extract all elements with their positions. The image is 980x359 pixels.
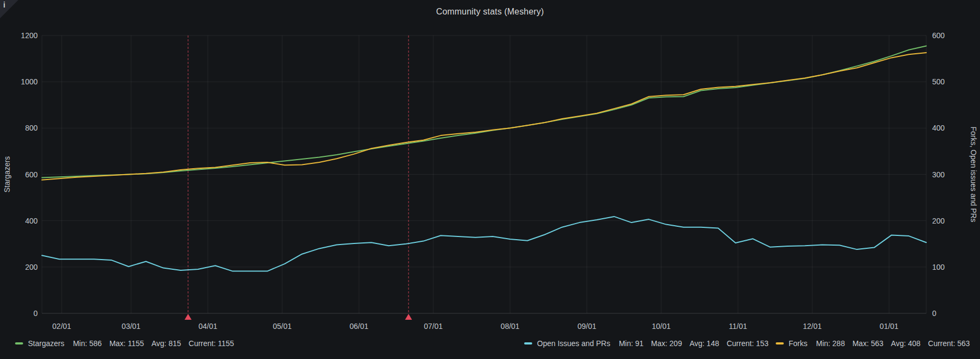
x-axis-tick-label: 01/01 bbox=[879, 322, 898, 331]
series-line-stargazers bbox=[42, 46, 926, 177]
legend-stat-min: Min: 586 bbox=[73, 339, 102, 348]
legend-series-name[interactable]: Stargazers bbox=[28, 339, 65, 348]
left-axis-title: Stargazers bbox=[3, 156, 11, 193]
legend-stat-current: Current: 153 bbox=[727, 339, 769, 348]
legend-item-stargazers[interactable]: StargazersMin: 586Max: 1155Avg: 815Curre… bbox=[15, 338, 234, 349]
x-axis-tick-label: 12/01 bbox=[803, 322, 822, 331]
legend-item-forks[interactable]: ForksMin: 288Max: 563Avg: 408Current: 56… bbox=[776, 338, 970, 349]
right-axis-tick-label: 600 bbox=[932, 31, 945, 40]
x-axis-tick-label: 03/01 bbox=[121, 322, 140, 331]
x-axis-tick-label: 04/01 bbox=[198, 322, 217, 331]
legend-series-name[interactable]: Open Issues and PRs bbox=[537, 339, 610, 348]
left-axis-tick-label: 600 bbox=[25, 170, 38, 179]
x-axis-tick-label: 06/01 bbox=[349, 322, 368, 331]
legend-stat-min: Min: 288 bbox=[816, 339, 845, 348]
annotation-marker[interactable] bbox=[184, 314, 191, 320]
right-axis-tick-label: 0 bbox=[932, 309, 936, 318]
legend-stat-avg: Avg: 815 bbox=[152, 339, 181, 348]
legend-stat-max: Max: 563 bbox=[853, 339, 884, 348]
left-axis-tick-label: 1200 bbox=[21, 31, 38, 40]
x-axis-tick-label: 08/01 bbox=[500, 322, 519, 331]
x-axis-tick-label: 02/01 bbox=[52, 322, 71, 331]
right-axis-tick-label: 100 bbox=[932, 263, 945, 271]
panel: i Community stats (Meshery) 020040060080… bbox=[0, 0, 980, 359]
legend-swatch[interactable] bbox=[15, 342, 23, 344]
legend-swatch[interactable] bbox=[776, 342, 784, 344]
right-axis-title: Forks, Open issues and PRs bbox=[969, 126, 978, 222]
panel-title[interactable]: Community stats (Meshery) bbox=[0, 7, 980, 17]
legend: StargazersMin: 586Max: 1155Avg: 815Curre… bbox=[0, 338, 980, 352]
x-axis-tick-label: 10/01 bbox=[652, 322, 670, 331]
right-axis-tick-label: 200 bbox=[932, 217, 945, 225]
left-axis-tick-label: 0 bbox=[33, 309, 38, 318]
x-axis-tick-label: 11/01 bbox=[729, 322, 747, 331]
legend-stat-min: Min: 91 bbox=[619, 339, 643, 348]
series-line-forks bbox=[42, 53, 926, 180]
legend-item-open-issues-and-prs[interactable]: Open Issues and PRsMin: 91Max: 209Avg: 1… bbox=[524, 338, 769, 349]
left-axis-tick-label: 800 bbox=[25, 124, 38, 132]
right-axis-tick-label: 500 bbox=[932, 77, 945, 86]
legend-stat-current: Current: 1155 bbox=[189, 339, 234, 348]
legend-stat-max: Max: 1155 bbox=[109, 339, 144, 348]
legend-swatch[interactable] bbox=[524, 342, 532, 344]
x-axis-tick-label: 09/01 bbox=[577, 322, 596, 331]
chart-svg[interactable]: 0200400600800100012000100200300400500600… bbox=[0, 0, 980, 359]
x-axis-tick-label: 07/01 bbox=[424, 322, 443, 331]
right-axis-tick-label: 300 bbox=[932, 170, 945, 179]
left-axis-tick-label: 200 bbox=[25, 263, 38, 271]
series-line-open-issues-and-prs bbox=[42, 217, 926, 271]
legend-series-name[interactable]: Forks bbox=[789, 339, 807, 348]
annotation-marker[interactable] bbox=[405, 314, 412, 320]
legend-stat-avg: Avg: 408 bbox=[891, 339, 920, 348]
legend-stat-avg: Avg: 148 bbox=[690, 339, 719, 348]
legend-stat-max: Max: 209 bbox=[651, 339, 682, 348]
left-axis-tick-label: 400 bbox=[25, 217, 38, 225]
left-axis-tick-label: 1000 bbox=[21, 77, 38, 86]
legend-stat-current: Current: 563 bbox=[928, 339, 970, 348]
right-axis-tick-label: 400 bbox=[932, 124, 945, 132]
x-axis-tick-label: 05/01 bbox=[273, 322, 291, 331]
